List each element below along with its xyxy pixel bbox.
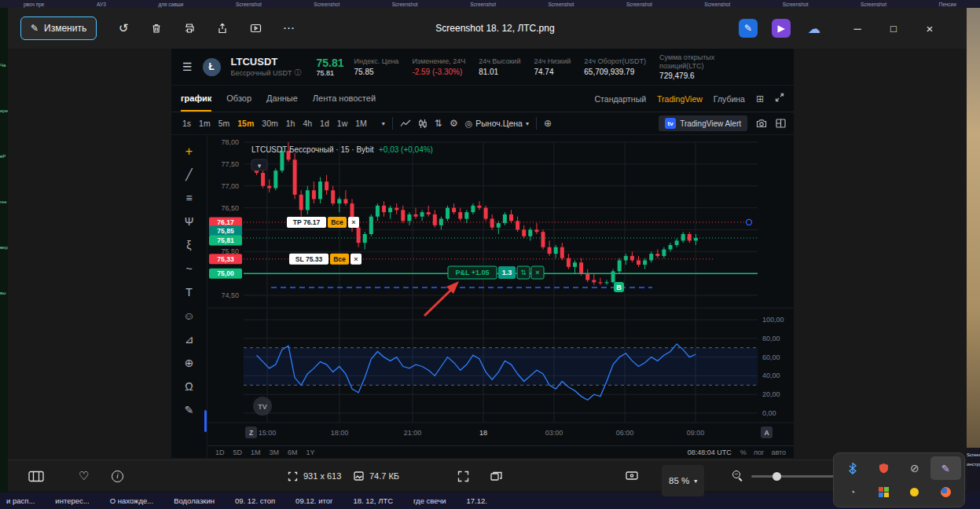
tab-Лента новостей[interactable]: Лента новостей [313, 86, 376, 112]
bluetooth-icon[interactable] [837, 456, 868, 480]
tf-30m[interactable]: 30m [262, 119, 277, 128]
tool-ruler-icon[interactable]: ⊿ [185, 333, 194, 346]
background-tab[interactable]: для савши [158, 2, 183, 7]
compare-view-button[interactable] [490, 460, 502, 492]
taskbar-tab[interactable]: интерес... [55, 496, 89, 505]
tool-fibonacci-icon[interactable]: ξ [186, 239, 191, 252]
taskbar-tab[interactable]: и расп... [6, 496, 35, 505]
line-chart-icon[interactable] [400, 119, 411, 128]
background-tab[interactable]: Screenshot [236, 2, 262, 7]
edit-button[interactable]: ✎ Изменить [20, 16, 97, 40]
zoom-slider-thumb[interactable] [773, 472, 781, 481]
taskbar-tab[interactable]: О нахожде... [110, 496, 153, 505]
clipchamp-icon[interactable]: ▶ [772, 19, 791, 38]
tool-channel-icon[interactable]: ≡ [185, 192, 192, 205]
settings-gear-icon[interactable]: ⚙ [450, 118, 458, 129]
background-tab[interactable]: Screenshot [470, 2, 496, 7]
symbol-block[interactable]: LTCUSDT Бессрочный USDT ⓘ [231, 56, 302, 78]
candle-type-icon[interactable] [418, 119, 428, 129]
zoom-out-chart-button[interactable]: Z [245, 427, 257, 438]
drawing-toolbar-scrollbar[interactable] [204, 410, 207, 432]
print-button[interactable] [175, 16, 204, 40]
tf-15m[interactable]: 15m [237, 119, 254, 128]
background-tab[interactable]: Screenshot [549, 2, 574, 7]
onedrive-cloud-icon[interactable]: ☁ [805, 19, 824, 38]
filmstrip-toggle-button[interactable] [28, 460, 44, 492]
pnl-label[interactable]: P&L +1.051.3⇅× [448, 266, 544, 279]
taskbar-tab[interactable]: Водолазкин [174, 496, 215, 505]
range-button[interactable]: 5D [233, 449, 243, 456]
tool-crosshair-icon[interactable]: + [185, 145, 193, 158]
taskbar-tab[interactable]: 17.12. [466, 496, 486, 505]
minimize-button[interactable]: ─ [839, 8, 875, 49]
tf-1M[interactable]: 1M [355, 119, 367, 128]
tab-Данные[interactable]: Данные [266, 86, 298, 112]
close-button[interactable]: × [912, 8, 948, 49]
taskbar-tab[interactable]: 18. 12, ЛТС [353, 496, 393, 505]
zoom-out-button[interactable]: − [732, 460, 743, 492]
tradingview-alert-button[interactable]: tv TradingView Alert [659, 115, 747, 131]
rotate-button[interactable]: ↺ [109, 16, 138, 40]
antivirus-shield-icon[interactable] [868, 456, 900, 480]
range-button[interactable]: 3M [270, 449, 280, 456]
colored-squares-icon[interactable] [868, 480, 900, 504]
share-button[interactable] [208, 16, 237, 40]
tp-label[interactable]: TP 76.17Все× [287, 217, 359, 228]
info-icon[interactable]: ⓘ [294, 68, 301, 78]
taskbar-tab[interactable]: 09. 12. стоп [235, 496, 275, 505]
menu-icon[interactable]: ☰ [182, 60, 193, 73]
background-tab[interactable]: Screenshot [783, 2, 809, 7]
orange-circle-icon[interactable] [930, 480, 962, 504]
background-tab[interactable]: Screenshot [861, 2, 886, 7]
gauge-icon[interactable]: ◔ [837, 480, 868, 504]
background-tab[interactable]: Screenshot [626, 2, 652, 7]
tool-magnet-icon[interactable]: Ω [185, 380, 193, 394]
tf-1m[interactable]: 1m [199, 119, 211, 128]
tf-5m[interactable]: 5m [218, 119, 230, 128]
viewopt-Стандартный[interactable]: Стандартный [595, 94, 647, 104]
tp-line-handle[interactable] [747, 219, 752, 225]
edit-app-icon[interactable]: ✎ [739, 19, 758, 38]
compare-icon[interactable]: ⇅ [435, 118, 442, 129]
background-tab[interactable]: Screenshot [704, 2, 730, 7]
zoom-to-fit-button[interactable] [457, 460, 469, 492]
zoom-slider[interactable] [751, 460, 836, 492]
favorite-button[interactable]: ♡ [79, 460, 89, 492]
range-button[interactable]: 6M [288, 449, 298, 456]
maximize-button[interactable]: □ [875, 8, 912, 49]
viewopt-TradingView[interactable]: TradingView [657, 94, 703, 104]
range-button[interactable]: 1D [215, 449, 225, 456]
scale-mode-button[interactable]: лог [754, 449, 765, 456]
auto-scale-button[interactable]: A [761, 427, 773, 438]
fullscreen-icon[interactable] [775, 93, 784, 104]
background-tab[interactable]: рвоч пре [24, 2, 44, 7]
more-button[interactable]: ⋯ [274, 16, 303, 40]
order-type-select[interactable]: ◎ Рыноч.Цена ▾ [465, 119, 529, 129]
taskbar-tab[interactable]: 09.12. итог [295, 496, 332, 505]
sl-label[interactable]: SL 75.33Все× [289, 254, 362, 265]
tool-pencil-icon[interactable]: ✎ [185, 404, 194, 417]
tool-trend-line-icon[interactable]: ╱ [185, 168, 192, 181]
tf-4h[interactable]: 4h [303, 119, 312, 128]
info-button[interactable]: i [112, 460, 123, 492]
tool-text-icon[interactable]: T [185, 286, 193, 299]
slideshow-button[interactable] [241, 16, 270, 40]
chart-clock[interactable]: 08:48:04 UTC [688, 449, 732, 456]
tool-emoji-icon[interactable]: ☺ [183, 309, 194, 323]
add-indicator-icon[interactable]: ⊕ [544, 118, 552, 129]
tf-1w[interactable]: 1w [337, 119, 347, 128]
legend-dropdown-button[interactable]: ▾ [251, 159, 267, 170]
range-button[interactable]: 1Y [306, 449, 315, 456]
timeframe-dropdown-icon[interactable]: ▾ [382, 120, 385, 127]
tool-brush-icon[interactable]: ~ [185, 262, 192, 276]
layout-panels-icon[interactable] [776, 119, 786, 128]
hidden-icons-icon[interactable]: ⊘ [899, 456, 930, 480]
tab-Обзор[interactable]: Обзор [226, 86, 251, 112]
background-tab[interactable]: АУЗ [97, 2, 106, 7]
tab-график[interactable]: график [181, 86, 211, 112]
background-tab[interactable]: Пенсии [938, 2, 956, 7]
tf-1h[interactable]: 1h [286, 119, 295, 128]
taskbar-tab[interactable]: где свечи [413, 496, 446, 505]
tool-pitchfork-icon[interactable]: Ψ [185, 215, 194, 229]
fullscreen-display-button[interactable] [626, 460, 638, 492]
